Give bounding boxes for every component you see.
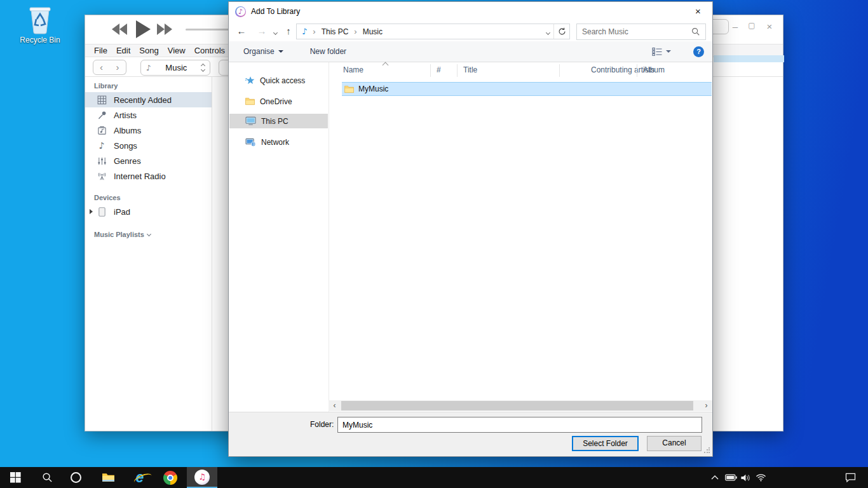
file-explorer-button[interactable] (98, 467, 118, 488)
action-center-button[interactable] (841, 467, 859, 488)
menu-view[interactable]: View (168, 46, 186, 55)
wifi-icon (756, 473, 766, 482)
tray-battery-button[interactable] (724, 467, 738, 488)
sidebar-item-label: Artists (114, 111, 137, 120)
up-arrow-icon[interactable]: ↑ (282, 21, 295, 41)
next-track-button[interactable] (157, 24, 172, 35)
windows-logo-icon (10, 472, 21, 483)
column-headers: Name # Title Contributing artists Album (329, 64, 712, 77)
itunes-close-button[interactable]: × (764, 21, 775, 32)
sidebar-item-ipad[interactable]: iPad (85, 204, 212, 219)
chevron-up-icon (711, 475, 719, 480)
new-folder-button[interactable]: New folder (310, 47, 346, 56)
play-button[interactable] (136, 20, 151, 38)
media-type-label: Music (156, 63, 196, 72)
itunes-maximize-button[interactable]: ▢ (746, 21, 757, 30)
column-title[interactable]: Title (463, 65, 477, 74)
dialog-address-row: ← → ↑ ♪ › This PC › Music (229, 21, 712, 41)
breadcrumb-this-pc[interactable]: This PC (322, 27, 349, 36)
cancel-button[interactable]: Cancel (647, 436, 702, 451)
dropdown-arrow-icon (278, 50, 283, 53)
this-pc-monitor-icon (245, 116, 256, 126)
breadcrumb-separator-icon: › (354, 27, 356, 36)
recent-locations-chevron-icon[interactable] (271, 21, 280, 41)
album-icon (97, 125, 107, 135)
organise-button[interactable]: Organise (243, 47, 283, 56)
folder-name-input[interactable] (337, 417, 702, 433)
scroll-right-arrow[interactable]: › (701, 400, 712, 411)
dropdown-arrow-icon (666, 50, 671, 53)
itunes-forward-button[interactable]: › (109, 60, 126, 75)
breadcrumb-separator-icon: › (313, 27, 315, 36)
column-album[interactable]: Album (643, 65, 665, 74)
file-name: MyMusic (358, 85, 388, 93)
recycle-bin-desktop-icon[interactable]: Recycle Bin (14, 4, 66, 44)
sidebar-item-artists[interactable]: Artists (85, 107, 212, 123)
tray-wifi-button[interactable] (754, 467, 768, 488)
previous-track-button[interactable] (112, 24, 127, 35)
media-type-selector[interactable]: ♪ Music (140, 60, 210, 76)
music-playlists-header[interactable]: Music Playlists (85, 219, 212, 241)
itunes-minimize-button[interactable]: – (729, 21, 741, 32)
music-note-icon: ♪ (302, 27, 307, 36)
tray-show-hidden-icons-button[interactable] (708, 467, 722, 488)
nav-item-network[interactable]: Network (229, 135, 328, 149)
folder-label: Folder: (310, 420, 334, 429)
scroll-left-arrow[interactable]: ‹ (329, 400, 340, 411)
disclosure-triangle-icon[interactable] (90, 209, 93, 214)
breadcrumb-music[interactable]: Music (363, 27, 383, 36)
scrollbar-thumb[interactable] (341, 401, 693, 410)
sidebar-item-label: iPad (114, 207, 130, 217)
sidebar-item-label: Albums (114, 126, 141, 135)
refresh-icon[interactable] (554, 24, 569, 39)
select-folder-button[interactable]: Select Folder (572, 436, 639, 451)
volume-icon (740, 473, 751, 482)
sidebar-item-albums[interactable]: Albums (85, 123, 212, 138)
menu-controls[interactable]: Controls (194, 46, 225, 55)
nav-item-quick-access[interactable]: Quick access (229, 73, 328, 88)
itunes-taskbar-button[interactable]: ♫ (187, 467, 217, 488)
dialog-titlebar: ♪ Add To Library (229, 2, 712, 21)
resize-grip[interactable] (703, 447, 710, 454)
add-to-library-dialog: ♪ Add To Library × ← → ↑ ♪ › This PC › M… (228, 1, 713, 457)
file-row-mymusic[interactable]: MyMusic (342, 82, 712, 96)
sort-ascending-icon (383, 62, 389, 69)
sidebar-item-internet-radio[interactable]: Internet Radio (85, 168, 212, 184)
itunes-app-icon: ♪ (235, 6, 246, 17)
horizontal-scrollbar[interactable]: ‹ › (329, 400, 712, 411)
sidebar-item-songs[interactable]: ♪ Songs (85, 138, 212, 153)
sidebar-item-label: Genres (114, 156, 141, 166)
tray-volume-button[interactable] (738, 467, 752, 488)
battery-icon (725, 474, 737, 481)
dialog-close-button[interactable]: × (684, 2, 712, 20)
address-bar[interactable]: ♪ › This PC › Music (296, 24, 570, 39)
menu-song[interactable]: Song (139, 46, 158, 55)
taskbar-search-button[interactable] (37, 467, 57, 488)
column-name[interactable]: Name (343, 65, 363, 74)
help-button[interactable]: ? (693, 46, 704, 57)
column-number[interactable]: # (437, 65, 441, 74)
forward-arrow-icon[interactable]: → (255, 21, 268, 41)
search-box[interactable] (576, 24, 706, 40)
cortana-button[interactable] (65, 467, 86, 488)
dialog-title: Add To Library (251, 7, 300, 16)
itunes-back-button[interactable]: ‹ (93, 60, 110, 75)
sidebar-item-genres[interactable]: Genres (85, 153, 212, 168)
nav-item-this-pc[interactable]: This PC (229, 114, 328, 128)
library-header: Library (85, 77, 212, 92)
menu-edit[interactable]: Edit (116, 46, 130, 55)
internet-explorer-button[interactable]: e (130, 467, 150, 488)
selector-stepper-icon (201, 64, 205, 71)
address-dropdown-chevron-icon[interactable] (542, 27, 553, 36)
nav-item-onedrive[interactable]: OneDrive (229, 94, 328, 109)
menu-file[interactable]: File (94, 46, 107, 55)
chrome-button[interactable] (160, 467, 180, 488)
list-view-icon (652, 47, 662, 56)
search-icon (42, 472, 53, 483)
back-arrow-icon[interactable]: ← (235, 21, 248, 41)
search-input[interactable] (577, 27, 691, 36)
sidebar-item-recently-added[interactable]: Recently Added (85, 92, 212, 107)
start-button[interactable] (5, 467, 25, 488)
action-center-icon (845, 473, 856, 482)
view-mode-button[interactable] (652, 47, 671, 56)
